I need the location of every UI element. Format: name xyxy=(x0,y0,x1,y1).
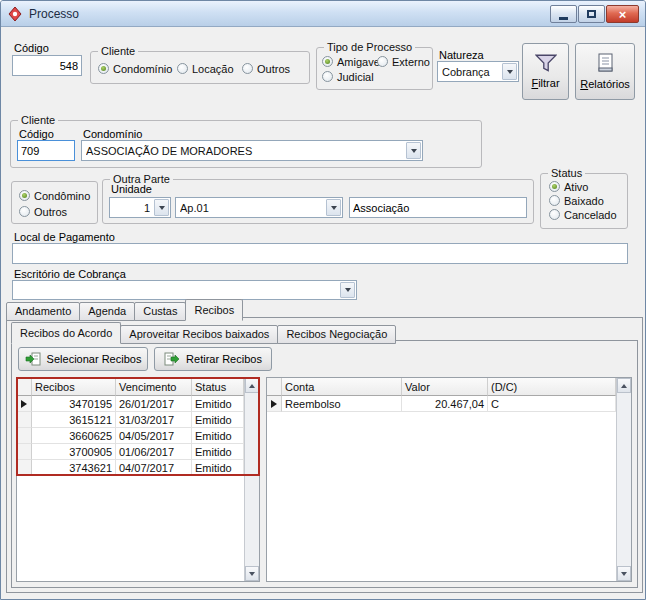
radio-externo[interactable]: Externo xyxy=(377,55,430,68)
table-row[interactable]: Reembolso 20.467,04 C xyxy=(267,396,616,412)
conta-table: Conta Valor (D/C) Reembolso 20.467,04 C xyxy=(266,377,632,582)
col-header-status[interactable]: Status xyxy=(192,378,244,396)
cell-recibo: 3743621 xyxy=(32,460,116,476)
condominio-combo[interactable]: ASSOCIAÇÃO DE MORADORES xyxy=(81,140,423,161)
scroll-down-button[interactable] xyxy=(617,566,631,581)
radio-amigavel-label: Amigavel xyxy=(337,56,382,68)
cliente-type-group: Cliente Condomínio Locação Outros xyxy=(90,51,310,84)
maximize-icon xyxy=(587,10,596,18)
table-row[interactable]: 3743621 04/07/2017 Emitido xyxy=(17,460,244,476)
radio-ativo-label: Ativo xyxy=(564,181,588,193)
chevron-down-icon xyxy=(411,149,417,153)
radio-cancelado[interactable]: Cancelado xyxy=(549,208,617,221)
filter-icon xyxy=(535,54,557,73)
row-selector-cell[interactable] xyxy=(17,428,32,444)
table-row[interactable]: 3470195 26/01/2017 Emitido xyxy=(17,396,244,412)
local-pagamento-input[interactable] xyxy=(12,243,628,264)
close-button[interactable]: × xyxy=(606,5,639,23)
tab-agenda[interactable]: Agenda xyxy=(79,302,135,321)
col-header-conta[interactable]: Conta xyxy=(282,378,402,396)
tab-aproveitar-recibos[interactable]: Aproveitar Recibos baixados xyxy=(120,325,278,344)
natureza-value: Cobrança xyxy=(442,66,498,78)
selecionar-recibos-button[interactable]: Selecionar Recibos xyxy=(18,347,148,371)
radio-condominio[interactable]: Condomínio xyxy=(98,62,172,75)
natureza-combo[interactable]: Cobrança xyxy=(437,61,519,82)
unidade-label: Unidade xyxy=(111,183,152,195)
row-selector-cell[interactable] xyxy=(17,412,32,428)
tab-recibos-acordo[interactable]: Recibos do Acordo xyxy=(11,322,121,344)
col-header-vencimento[interactable]: Vencimento xyxy=(116,378,192,396)
radio-ativo[interactable]: Ativo xyxy=(549,180,588,193)
dropdown-arrow-button[interactable] xyxy=(406,142,421,159)
scroll-up-button[interactable] xyxy=(245,378,259,393)
parte-radio-group: Condômino Outros xyxy=(11,181,98,224)
codigo-input[interactable] xyxy=(12,55,82,76)
col-header-valor[interactable]: Valor xyxy=(402,378,488,396)
condominio-value: ASSOCIAÇÃO DE MORADORES xyxy=(86,145,402,157)
parte-nome-input[interactable] xyxy=(349,197,527,218)
scroll-down-button[interactable] xyxy=(245,566,259,581)
maximize-button[interactable] xyxy=(578,5,605,23)
conta-scrollbar[interactable] xyxy=(616,378,631,581)
close-icon: × xyxy=(619,8,627,21)
table-row[interactable]: 3615121 31/03/2017 Emitido xyxy=(17,412,244,428)
recibos-table: Recibos Vencimento Status 3470195 26/01/… xyxy=(16,377,260,582)
cell-dc: C xyxy=(488,396,616,412)
minimize-button[interactable] xyxy=(550,5,577,23)
cell-recibo: 3660625 xyxy=(32,428,116,444)
tab-custas[interactable]: Custas xyxy=(134,302,186,321)
tab-andamento[interactable]: Andamento xyxy=(6,302,80,321)
radio-locacao[interactable]: Locação xyxy=(177,62,234,75)
dropdown-arrow-button[interactable] xyxy=(502,63,517,80)
col-header-recibos[interactable]: Recibos xyxy=(32,378,116,396)
radio-condomino[interactable]: Condômino xyxy=(19,189,90,202)
caption-buttons: × xyxy=(550,5,639,23)
retirar-recibos-button[interactable]: Retirar Recibos xyxy=(154,347,272,371)
tipo-processo-group: Tipo de Processo Amigavel Externo Judici… xyxy=(316,47,433,90)
col-header-dc[interactable]: (D/C) xyxy=(488,378,616,396)
sub-tabstrip: Recibos do Acordo Aproveitar Recibos bai… xyxy=(11,322,396,344)
unidade-combo[interactable]: 1 xyxy=(109,197,171,218)
radio-outros-cliente[interactable]: Outros xyxy=(242,62,290,75)
cell-vencimento: 04/07/2017 xyxy=(116,460,192,476)
row-selector-cell[interactable] xyxy=(17,460,32,476)
radio-judicial[interactable]: Judicial xyxy=(322,70,374,83)
tab-recibos[interactable]: Recibos xyxy=(185,299,243,321)
chevron-down-icon xyxy=(331,206,337,210)
arrow-up-icon xyxy=(621,384,627,388)
chevron-down-icon xyxy=(159,206,165,210)
report-icon xyxy=(595,53,615,74)
selector-header-cell[interactable] xyxy=(17,378,32,396)
table-row[interactable]: 3660625 04/05/2017 Emitido xyxy=(17,428,244,444)
table-row[interactable]: 3700905 01/06/2017 Emitido xyxy=(17,444,244,460)
filtrar-button[interactable]: Filtrar xyxy=(522,43,569,100)
recibos-scrollbar[interactable] xyxy=(244,378,259,581)
recibos-acordo-panel: Selecionar Recibos Retirar Recibos xyxy=(11,340,638,588)
retirar-recibos-label: Retirar Recibos xyxy=(186,353,262,365)
row-selector-cell[interactable] xyxy=(17,396,32,412)
radio-dot-icon xyxy=(242,63,253,74)
escritorio-combo[interactable] xyxy=(12,280,357,300)
escritorio-label: Escritório de Cobrança xyxy=(14,268,126,280)
recibos-header-row: Recibos Vencimento Status xyxy=(17,378,244,396)
apartamento-combo[interactable]: Ap.01 xyxy=(175,197,343,218)
radio-condominio-label: Condomínio xyxy=(113,63,172,75)
tab-recibos-negociacao[interactable]: Recibos Negociação xyxy=(277,325,396,344)
scroll-up-button[interactable] xyxy=(617,378,631,393)
selector-header-cell[interactable] xyxy=(267,378,282,396)
minimize-icon xyxy=(559,17,568,20)
radio-amigavel[interactable]: Amigavel xyxy=(322,55,382,68)
row-selector-cell[interactable] xyxy=(17,444,32,460)
relatorios-button[interactable]: Relatórios xyxy=(575,43,635,100)
radio-baixado[interactable]: Baixado xyxy=(549,194,604,207)
row-selector-cell[interactable] xyxy=(267,396,282,412)
dropdown-arrow-button[interactable] xyxy=(340,282,355,298)
cell-status: Emitido xyxy=(192,412,244,428)
radio-outros-parte[interactable]: Outros xyxy=(19,205,67,218)
dropdown-arrow-button[interactable] xyxy=(154,199,169,216)
cell-vencimento: 31/03/2017 xyxy=(116,412,192,428)
dropdown-arrow-button[interactable] xyxy=(326,199,341,216)
radio-locacao-label: Locação xyxy=(192,63,234,75)
titlebar[interactable]: Processo × xyxy=(1,1,645,27)
cliente-codigo-input[interactable] xyxy=(17,140,75,161)
